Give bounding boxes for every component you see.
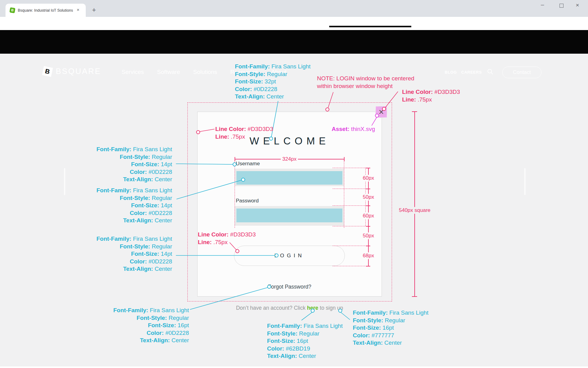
asset-annotation: Asset: thinX.svg bbox=[332, 126, 375, 132]
bsquare-logo-text: BSQUARE bbox=[56, 67, 101, 76]
spec-block-signup: Font-Family: Fira Sans Light Font-Style:… bbox=[353, 309, 428, 347]
nav-item-software[interactable]: Software bbox=[157, 69, 180, 75]
bsquare-logo-icon: B bbox=[42, 66, 53, 77]
signup-prefix: Don’t have an account? Click bbox=[236, 305, 306, 311]
spec-block-forgot: Font-Family: Fira Sans Light Font-Style:… bbox=[103, 307, 189, 344]
dashed-seg-line-1 bbox=[333, 168, 367, 168]
segment-tick-2 bbox=[366, 189, 370, 189]
spec-block-login: Font-Family: Fira Sans Light Font-Style:… bbox=[86, 235, 172, 273]
progress-artifact-bar bbox=[329, 26, 411, 27]
segment-label-4: 50px bbox=[361, 232, 376, 239]
square-measure-tick-bottom bbox=[412, 296, 417, 297]
left-shine-bar bbox=[64, 168, 65, 195]
tab-favicon-icon: B bbox=[9, 7, 15, 13]
segment-label-2: 50px bbox=[361, 194, 376, 201]
nav-item-services[interactable]: Services bbox=[122, 69, 144, 75]
dashed-seg-line-6 bbox=[333, 266, 367, 266]
window-maximize-button[interactable] bbox=[560, 4, 564, 8]
tab-title: Bsquare: Industrial IoT Solutions bbox=[18, 8, 73, 13]
close-x-icon: × bbox=[375, 106, 387, 118]
search-icon[interactable] bbox=[487, 68, 494, 75]
segment-tick-6 bbox=[366, 266, 370, 266]
dashed-seg-line-4 bbox=[333, 226, 367, 226]
browser-tab[interactable]: B Bsquare: Industrial IoT Solutions × bbox=[6, 4, 86, 17]
browser-titlebar: B Bsquare: Industrial IoT Solutions × + … bbox=[0, 0, 588, 17]
square-measure-label: 540px square bbox=[397, 207, 432, 214]
signup-suffix: to sign up bbox=[320, 305, 343, 311]
segment-label-3: 60px bbox=[361, 213, 376, 219]
width-measure-tick-right bbox=[344, 157, 345, 161]
spec-block-welcome: Font-Family: Fira Sans Light Font-Style:… bbox=[235, 63, 311, 101]
username-input-fill bbox=[236, 171, 342, 185]
segment-tick-1 bbox=[366, 168, 370, 168]
line-spec-button: Line Color: #D3D3D3 Line: .75px bbox=[198, 231, 256, 246]
dashed-guide-left bbox=[235, 162, 235, 228]
right-shine-bar bbox=[524, 168, 526, 195]
username-label: Username bbox=[236, 161, 260, 167]
square-measure-line bbox=[414, 112, 415, 297]
window-minimize-button[interactable]: – bbox=[541, 1, 544, 8]
spec-block-here: Font-Family: Fira Sans Light Font-Style:… bbox=[267, 322, 343, 360]
segment-tick-3 bbox=[366, 205, 370, 206]
width-measure-tick-left bbox=[235, 157, 235, 161]
line-spec-top-right: Line Color: #D3D3D3 Line: .75px bbox=[402, 88, 460, 103]
window-close-button[interactable]: × bbox=[576, 2, 579, 9]
note-annotation: NOTE: LOGIN window to be centered within… bbox=[317, 75, 418, 90]
square-measure-tick-top bbox=[412, 111, 417, 112]
page-bottom-strip bbox=[0, 366, 588, 368]
dashed-seg-line-5 bbox=[333, 246, 367, 246]
segment-tick-4 bbox=[366, 226, 370, 227]
dashed-seg-line-3 bbox=[333, 205, 367, 206]
site-navbar: B BSQUARE Services Software Solutions Re… bbox=[0, 30, 588, 54]
password-label: Password bbox=[236, 198, 259, 204]
line-spec-upper-left: Line Color: #D3D3D3 Line: .75px bbox=[215, 125, 273, 140]
nav-item-blog[interactable]: BLOG bbox=[445, 70, 457, 75]
spec-block-field: Font-Family: Fira Sans Light Font-Style:… bbox=[86, 187, 172, 224]
segment-tick-5 bbox=[366, 246, 370, 246]
password-input-fill bbox=[236, 209, 342, 222]
spec-block-username: Font-Family: Fira Sans Light Font-Style:… bbox=[86, 146, 172, 183]
signup-here-link[interactable]: here bbox=[307, 305, 318, 311]
contact-button[interactable]: Contact bbox=[502, 67, 541, 78]
dashed-seg-line-2 bbox=[333, 189, 367, 189]
bsquare-logo[interactable]: B BSQUARE bbox=[43, 67, 101, 76]
width-measure-label: 324px bbox=[281, 156, 298, 163]
nav-item-careers[interactable]: CAREERS bbox=[461, 70, 482, 75]
nav-item-solutions[interactable]: Solutions bbox=[193, 69, 217, 75]
tab-close-icon[interactable]: × bbox=[75, 7, 81, 13]
segment-label-5: 68px bbox=[361, 252, 376, 259]
login-button[interactable]: LOGIN bbox=[234, 246, 345, 266]
segment-label-1: 60px bbox=[361, 175, 376, 182]
browser-url-row: ← → ☆ https://explore.bsquare.com/servic… bbox=[0, 17, 588, 30]
dashed-guide-right bbox=[344, 162, 344, 228]
new-tab-button[interactable]: + bbox=[90, 6, 98, 14]
forgot-password-link[interactable]: Forgot Password? bbox=[197, 284, 382, 290]
